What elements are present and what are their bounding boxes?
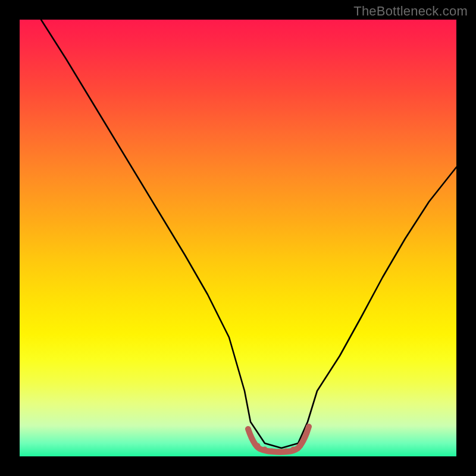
svg-point-0	[255, 443, 261, 449]
plot-area	[20, 20, 456, 456]
svg-point-5	[291, 447, 296, 452]
svg-point-6	[298, 443, 303, 449]
svg-point-3	[277, 449, 282, 455]
curve-overlay	[20, 20, 456, 456]
svg-point-1	[262, 447, 268, 452]
svg-point-4	[284, 449, 289, 454]
chart-frame: TheBottleneck.com	[0, 0, 476, 476]
watermark-text: TheBottleneck.com	[353, 4, 468, 19]
bottleneck-curve	[41, 20, 456, 448]
svg-point-2	[270, 449, 275, 454]
